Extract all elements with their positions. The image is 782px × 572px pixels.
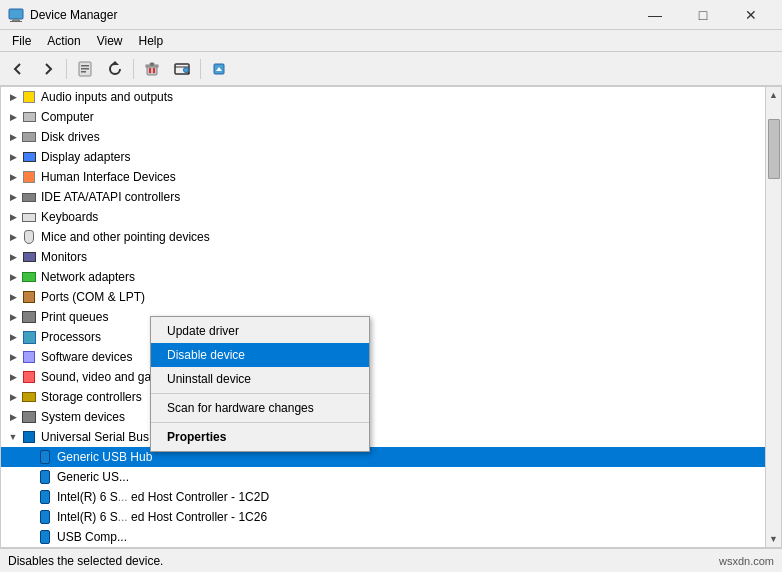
- tree-arrow-hid[interactable]: [5, 169, 21, 185]
- tree-label-monitors: Monitors: [41, 250, 87, 264]
- uninstall-button[interactable]: [138, 55, 166, 83]
- svg-rect-5: [81, 68, 89, 70]
- device-tree[interactable]: Audio inputs and outputs Computer Disk d…: [0, 86, 782, 548]
- tree-label-system: System devices: [41, 410, 125, 424]
- menu-help[interactable]: Help: [131, 32, 172, 50]
- update-driver-button[interactable]: [205, 55, 233, 83]
- display-icon: [21, 149, 37, 165]
- tree-arrow-display[interactable]: [5, 149, 21, 165]
- usb-dev-icon-1: [37, 449, 53, 465]
- tree-arrow-network[interactable]: [5, 269, 21, 285]
- tree-label-keyboard: Keyboards: [41, 210, 98, 224]
- tree-label-soft: Software devices: [41, 350, 132, 364]
- context-menu-sep-1: [151, 393, 369, 394]
- tree-item-usb-generic2[interactable]: Generic US...: [1, 467, 765, 487]
- storage-icon: [21, 389, 37, 405]
- tree-arrow-disk[interactable]: [5, 129, 21, 145]
- tree-item-ide[interactable]: IDE ATA/ATAPI controllers: [1, 187, 765, 207]
- tree-arrow-mice[interactable]: [5, 229, 21, 245]
- menu-file[interactable]: File: [4, 32, 39, 50]
- hid-icon: [21, 169, 37, 185]
- tree-item-usb-comp[interactable]: USB Comp...: [1, 527, 765, 547]
- tree-item-monitors[interactable]: Monitors: [1, 247, 765, 267]
- tree-item-keyboard[interactable]: Keyboards: [1, 207, 765, 227]
- tree-arrow-audio[interactable]: [5, 89, 21, 105]
- refresh-button[interactable]: [101, 55, 129, 83]
- tree-item-audio[interactable]: Audio inputs and outputs: [1, 87, 765, 107]
- tree-label-usb-generic2: Generic US...: [57, 470, 129, 484]
- scan-button[interactable]: [168, 55, 196, 83]
- tree-label-proc: Processors: [41, 330, 101, 344]
- back-button[interactable]: [4, 55, 32, 83]
- tree-item-hid[interactable]: Human Interface Devices: [1, 167, 765, 187]
- context-menu-update-driver[interactable]: Update driver: [151, 319, 369, 343]
- usb-dev-icon-3: [37, 489, 53, 505]
- tree-item-usb[interactable]: Universal Serial Bus controllers: [1, 427, 765, 447]
- tree-arrow-usb[interactable]: [5, 429, 21, 445]
- scroll-up-arrow[interactable]: ▲: [766, 87, 782, 103]
- tree-item-print[interactable]: Print queues: [1, 307, 765, 327]
- menu-action[interactable]: Action: [39, 32, 88, 50]
- minimize-button[interactable]: —: [632, 0, 678, 30]
- tree-label-usb-intel2: Intel(R) 6 S... ed Host Controller - 1C2…: [57, 510, 267, 524]
- sound-icon: [21, 369, 37, 385]
- svg-rect-0: [9, 9, 23, 19]
- tree-scroll-area[interactable]: Audio inputs and outputs Computer Disk d…: [1, 87, 765, 547]
- main-content: Audio inputs and outputs Computer Disk d…: [0, 86, 782, 548]
- tree-arrow-computer[interactable]: [5, 109, 21, 125]
- tree-item-sound[interactable]: Sound, video and game controllers: [1, 367, 765, 387]
- tree-item-storage[interactable]: Storage controllers: [1, 387, 765, 407]
- tree-item-soft[interactable]: Software devices: [1, 347, 765, 367]
- tree-item-proc[interactable]: Processors: [1, 327, 765, 347]
- soft-icon: [21, 349, 37, 365]
- scroll-thumb[interactable]: [768, 119, 780, 179]
- tree-arrow-print[interactable]: [5, 309, 21, 325]
- tree-arrow-monitors[interactable]: [5, 249, 21, 265]
- tree-label-ports: Ports (COM & LPT): [41, 290, 145, 304]
- tree-arrow-usb-intel1: [21, 489, 37, 505]
- context-menu-scan[interactable]: Scan for hardware changes: [151, 396, 369, 420]
- forward-button[interactable]: [34, 55, 62, 83]
- svg-rect-4: [81, 65, 89, 67]
- context-menu: Update driver Disable device Uninstall d…: [150, 316, 370, 452]
- menu-view[interactable]: View: [89, 32, 131, 50]
- tree-item-disk[interactable]: Disk drives: [1, 127, 765, 147]
- status-message: Disables the selected device.: [8, 554, 163, 568]
- context-menu-disable-device[interactable]: Disable device: [151, 343, 369, 367]
- tree-item-usb-intel1[interactable]: Intel(R) 6 S... ed Host Controller - 1C2…: [1, 487, 765, 507]
- tree-arrow-usb-intel2: [21, 509, 37, 525]
- usb-dev-icon-2: [37, 469, 53, 485]
- properties-button[interactable]: [71, 55, 99, 83]
- tree-label-network: Network adapters: [41, 270, 135, 284]
- tree-label-audio: Audio inputs and outputs: [41, 90, 173, 104]
- toolbar-sep-1: [66, 59, 67, 79]
- tree-arrow-ide[interactable]: [5, 189, 21, 205]
- tree-arrow-proc[interactable]: [5, 329, 21, 345]
- tree-item-mice[interactable]: Mice and other pointing devices: [1, 227, 765, 247]
- menu-bar: File Action View Help: [0, 30, 782, 52]
- close-button[interactable]: ✕: [728, 0, 774, 30]
- tree-item-ports[interactable]: Ports (COM & LPT): [1, 287, 765, 307]
- tree-arrow-system[interactable]: [5, 409, 21, 425]
- tree-arrow-ports[interactable]: [5, 289, 21, 305]
- tree-arrow-storage[interactable]: [5, 389, 21, 405]
- computer-icon: [21, 109, 37, 125]
- tree-item-system[interactable]: System devices: [1, 407, 765, 427]
- maximize-button[interactable]: □: [680, 0, 726, 30]
- tree-item-network[interactable]: Network adapters: [1, 267, 765, 287]
- print-icon: [21, 309, 37, 325]
- tree-item-display[interactable]: Display adapters: [1, 147, 765, 167]
- tree-item-computer[interactable]: Computer: [1, 107, 765, 127]
- status-watermark: wsxdn.com: [719, 555, 774, 567]
- scroll-down-arrow[interactable]: ▼: [766, 531, 782, 547]
- tree-item-usb-generic1[interactable]: Generic USB Hub: [1, 447, 765, 467]
- tree-arrow-sound[interactable]: [5, 369, 21, 385]
- tree-item-usb-intel2[interactable]: Intel(R) 6 S... ed Host Controller - 1C2…: [1, 507, 765, 527]
- tree-arrow-keyboard[interactable]: [5, 209, 21, 225]
- tree-arrow-soft[interactable]: [5, 349, 21, 365]
- context-menu-uninstall-device[interactable]: Uninstall device: [151, 367, 369, 391]
- scrollbar[interactable]: ▲ ▼: [765, 87, 781, 547]
- context-menu-properties[interactable]: Properties: [151, 425, 369, 449]
- window-controls: — □ ✕: [632, 0, 774, 30]
- audio-icon: [21, 89, 37, 105]
